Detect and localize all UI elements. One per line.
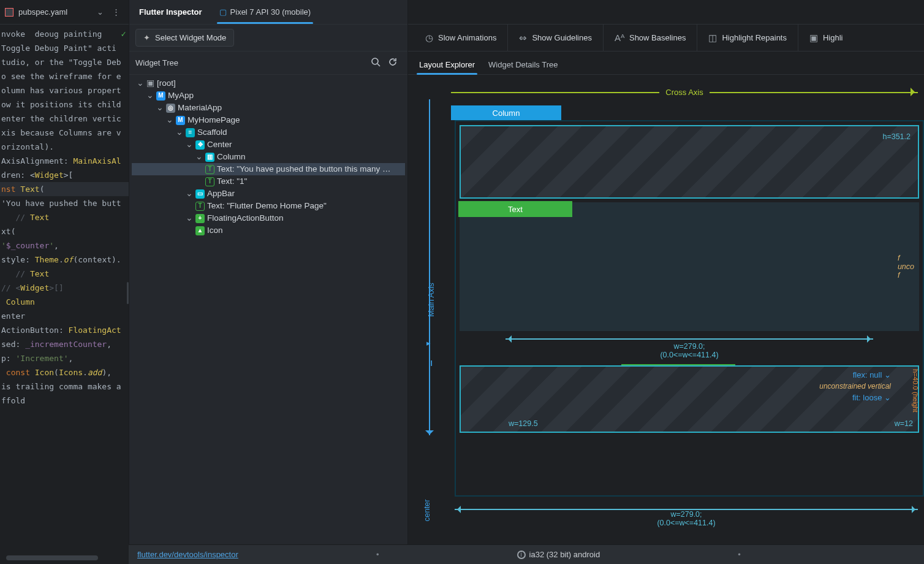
tree-node-text2[interactable]: T Text: "1" xyxy=(132,175,405,188)
tool-label: Slow Animations xyxy=(438,33,496,42)
editor-tab-filename[interactable]: pubspec.yaml xyxy=(18,7,67,17)
info-icon[interactable]: i xyxy=(517,551,526,559)
height-label: h=351.2 xyxy=(882,132,911,141)
layout-text-node-1[interactable]: Text f unco f w=279.0; (0.0<=w<=411.4) xyxy=(460,202,919,331)
code-line: ActionButton: FloatingAct xyxy=(0,323,129,337)
w-right-label: w=12 xyxy=(895,419,913,428)
tree-node-root[interactable]: ⌄ ▣ [root] xyxy=(132,77,405,90)
tool-highlight[interactable]: ▣ Highli xyxy=(798,25,854,51)
code-line: orizontal). xyxy=(0,140,129,154)
unconstrained-label: unconstrained vertical xyxy=(819,382,891,391)
code-line: nst Text( xyxy=(0,182,129,196)
editor-body[interactable]: ✓ nvoke deoug paintingToggle Debug Paint… xyxy=(0,25,129,564)
tree-label: Column xyxy=(217,151,246,163)
right-subtabs: Layout Explorer Widget Details Tree xyxy=(408,51,924,75)
devtools-link[interactable]: flutter.dev/devtools/inspector xyxy=(137,550,238,559)
tree-label: MyApp xyxy=(168,90,194,102)
fit-dropdown[interactable]: fit: loose ⌄ xyxy=(852,393,891,402)
right-edge-labels: f unco f xyxy=(898,254,914,280)
tool-label: Highlight Repaints xyxy=(722,33,787,42)
text-widget-icon: T xyxy=(195,202,205,211)
more-vert-icon[interactable]: ⋮ xyxy=(108,7,124,17)
tree-node-materialapp[interactable]: ⌄ ◎ MaterialApp xyxy=(132,102,405,114)
column-tag-label: Column xyxy=(493,109,520,118)
widget-icon: ≡ xyxy=(186,128,195,137)
tree-label: FloatingActionButton xyxy=(207,212,284,224)
tree-label: Center xyxy=(207,139,232,151)
tree-node-fab[interactable]: ⌄ + FloatingActionButton xyxy=(132,212,405,224)
flex-dropdown[interactable]: flex: null ⌄ xyxy=(853,370,891,379)
tree-node-myapp[interactable]: ⌄ M MyApp xyxy=(132,90,405,102)
chevron-down-icon[interactable]: ⌄ xyxy=(97,7,104,17)
checkmark-icon: ✓ xyxy=(121,27,126,41)
tree-node-text3[interactable]: T Text: "Flutter Demo Home Page" xyxy=(132,200,405,212)
widget-tree-title: Widget Tree xyxy=(135,58,178,67)
tool-slow-animations[interactable]: ◷ Slow Animations xyxy=(414,25,507,51)
select-widget-mode-button[interactable]: ✦ Select Widget Mode xyxy=(135,29,234,47)
tab-flutter-inspector[interactable]: Flutter Inspector xyxy=(137,0,205,24)
width-constraint-label: w=279.0; (0.0<=w<=411.4) xyxy=(506,338,873,359)
layout-spacer-top: h=351.2 xyxy=(460,125,919,199)
code-line: style: Theme.of(context). xyxy=(0,253,129,267)
code-line: nvoke deoug painting xyxy=(0,27,129,41)
code-line: tudio, or the "Toggle Deb xyxy=(0,55,129,69)
tab-device[interactable]: ▢ Pixel 7 API 30 (mobile) xyxy=(217,0,314,24)
f-label2: f xyxy=(898,271,899,280)
tree-node-text1[interactable]: T Text: "You have pushed the button this… xyxy=(132,163,405,175)
center-label: center xyxy=(422,499,431,521)
tab-label: Flutter Inspector xyxy=(139,7,202,17)
tree-node-myhomepage[interactable]: ⌄ M MyHomePage xyxy=(132,114,405,126)
button-label: Select Widget Mode xyxy=(155,33,226,42)
tree-node-appbar[interactable]: ⌄ ▭ AppBar xyxy=(132,188,405,200)
text-widget-icon: T xyxy=(205,165,214,174)
widget-icon: ✥ xyxy=(195,140,205,150)
main-axis-label: Main Axis xyxy=(426,283,436,317)
guidelines-icon: ⇔ xyxy=(519,32,527,44)
tree-node-center[interactable]: ⌄ ✥ Center xyxy=(132,139,405,151)
image-widget-icon: ▲ xyxy=(195,226,205,235)
platform-label: ia32 (32 bit) android xyxy=(529,550,600,559)
w-main: w=279.0; xyxy=(673,342,705,351)
f-label: f xyxy=(898,254,899,262)
code-line: o see the wireframe for e xyxy=(0,69,129,83)
play-icon[interactable]: ▸ xyxy=(426,338,434,348)
target-icon: ✦ xyxy=(143,33,150,42)
tree-node-column[interactable]: ⌄ ▥ Column xyxy=(132,151,405,163)
image-icon: ▣ xyxy=(809,32,818,44)
layout-text-node-2[interactable]: flex: null ⌄ unconstrained vertical fit:… xyxy=(460,365,919,433)
tool-show-baselines[interactable]: Aᴬ Show Baselines xyxy=(603,25,697,51)
tree-node-scaffold[interactable]: ⌄ ≡ Scaffold xyxy=(132,126,405,139)
arrow-down-icon xyxy=(425,430,434,439)
w-low-label: w=129.5 xyxy=(509,419,538,428)
column-node-tag[interactable]: Column xyxy=(451,105,561,120)
editor-horizontal-scrollbar[interactable] xyxy=(6,555,98,560)
tab-underline xyxy=(217,22,314,24)
code-line: xt( xyxy=(0,224,129,238)
code-line: // Text xyxy=(0,210,129,224)
layout-canvas[interactable]: h=351.2 Text f unco f w=279.0; (0.0<=w<=… xyxy=(455,120,924,497)
tool-highlight-repaints[interactable]: ◫ Highlight Repaints xyxy=(697,25,798,51)
refresh-icon[interactable] xyxy=(384,55,401,71)
subtab-widget-details-tree[interactable]: Widget Details Tree xyxy=(486,55,560,74)
tab-device-label: Pixel 7 API 30 (mobile) xyxy=(230,7,311,17)
status-bar: flutter.dev/devtools/inspector • i ia32 … xyxy=(129,544,924,564)
tree-label: Scaffold xyxy=(197,126,227,139)
code-line: olumn has various propert xyxy=(0,83,129,97)
code-line: enter xyxy=(0,309,129,323)
clock-icon: ◷ xyxy=(425,32,433,44)
inspector-top-tabs: Flutter Inspector ▢ Pixel 7 API 30 (mobi… xyxy=(129,0,407,25)
code-line: // Text xyxy=(0,267,129,281)
widget-tree[interactable]: ⌄ ▣ [root] ⌄ M MyApp ⌄ ◎ MaterialApp ⌄ M… xyxy=(129,75,407,564)
search-icon[interactable] xyxy=(367,55,384,71)
main-axis-line xyxy=(429,99,430,435)
svg-point-0 xyxy=(372,58,378,64)
tree-label: MyHomePage xyxy=(187,114,240,126)
panel-resize-handle[interactable] xyxy=(127,282,129,304)
pause-icon[interactable]: ⏸ xyxy=(426,359,434,368)
subtab-layout-explorer[interactable]: Layout Explorer xyxy=(417,55,477,74)
tool-show-guidelines[interactable]: ⇔ Show Guidelines xyxy=(507,25,603,51)
tree-label: Text: "You have pushed the button this m… xyxy=(217,163,390,175)
tree-node-icon[interactable]: ▲ Icon xyxy=(132,224,405,237)
right-toolbar: ◷ Slow Animations ⇔ Show Guidelines Aᴬ S… xyxy=(408,25,924,51)
widget-icon: + xyxy=(195,214,205,223)
